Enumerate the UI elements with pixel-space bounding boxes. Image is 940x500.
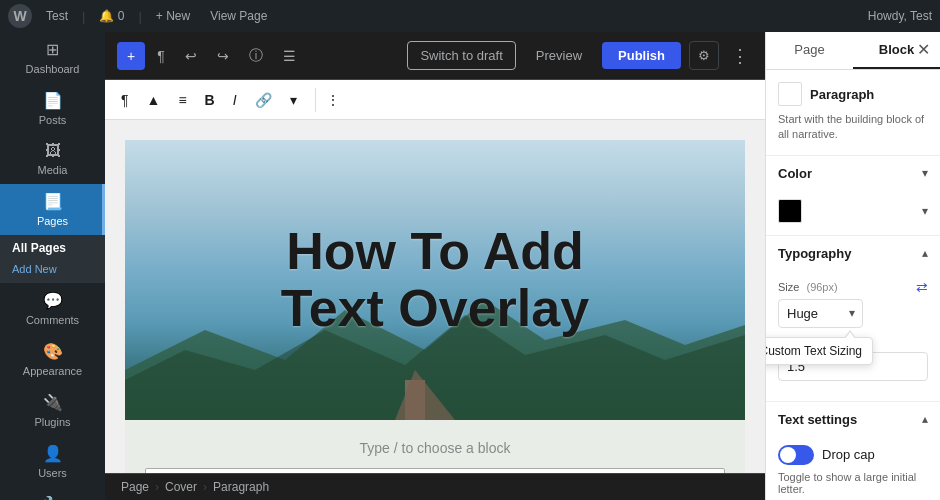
size-label-text: Size (96px) — [778, 281, 838, 293]
text-settings-section: Text settings ▴ Drop cap Toggle to show … — [766, 402, 940, 500]
appearance-icon: 🎨 — [43, 342, 63, 361]
more-rich-btn[interactable]: ▾ — [282, 88, 305, 112]
toolbar-right: Switch to draft Preview Publish ⚙ ⋮ — [407, 41, 753, 71]
sidebar-item-tools[interactable]: 🔧 Tools — [0, 487, 105, 500]
size-reset-icon[interactable]: ⇄ — [916, 279, 928, 295]
sidebar-item-dashboard[interactable]: ⊞ Dashboard — [0, 32, 105, 83]
right-sidebar-tabs: Page Block ✕ — [766, 32, 940, 70]
link-btn[interactable]: 🔗 — [247, 88, 280, 112]
add-block-toolbar-btn[interactable]: + — [117, 42, 145, 70]
users-icon: 👤 — [43, 444, 63, 463]
paragraph-toolbar-btn[interactable]: ¶ — [149, 42, 173, 70]
text-settings-panel-header[interactable]: Text settings ▴ — [766, 402, 940, 437]
sidebar-submenu-all-pages[interactable]: All Pages — [0, 235, 105, 261]
block-toolbar: ¶ ▲ ≡ B I 🔗 ▾ ⋮ — [105, 80, 765, 120]
toggle-knob — [780, 447, 796, 463]
sidebar-item-pages[interactable]: 📃 Pages — [0, 184, 105, 235]
breadcrumb-sep2: › — [203, 480, 207, 494]
editor-more-btn[interactable]: ⋮ — [727, 41, 753, 71]
paragraph-type-btn[interactable]: ¶ — [113, 88, 137, 112]
editor-settings-btn[interactable]: ⚙ — [689, 41, 719, 70]
size-select-wrap: Small Medium Large Huge Custom ▾ Custom … — [778, 299, 863, 328]
color-section: Color ▾ ▾ — [766, 156, 940, 236]
color-expand-icon: ▾ — [922, 204, 928, 218]
sidebar-item-users[interactable]: 👤 Users — [0, 436, 105, 487]
typography-panel-content: Size (96px) ⇄ Small Medium Large Huge Cu… — [766, 271, 940, 401]
custom-text-sizing-tooltip: Custom Text Sizing — [765, 337, 873, 365]
block-info: ¶ Paragraph Start with the building bloc… — [766, 70, 940, 156]
cover-block[interactable]: How To Add Text Overlay — [125, 140, 745, 420]
site-name[interactable]: Test — [40, 9, 74, 23]
sidebar-item-media[interactable]: 🖼 Media — [0, 134, 105, 184]
size-row: Size (96px) ⇄ Small Medium Large Huge Cu… — [778, 279, 928, 328]
redo-btn[interactable]: ↪ — [209, 42, 237, 70]
list-view-btn[interactable]: ☰ — [275, 42, 304, 70]
color-swatch[interactable] — [778, 199, 802, 223]
typography-chevron-icon: ▴ — [922, 246, 928, 260]
typography-panel-header[interactable]: Typography ▴ — [766, 236, 940, 271]
sidebar-item-posts[interactable]: 📄 Posts — [0, 83, 105, 134]
right-sidebar: Page Block ✕ ¶ Paragraph Start with the … — [765, 32, 940, 500]
breadcrumb-cover[interactable]: Cover — [165, 480, 197, 494]
editor-container: + ¶ ↩ ↪ ⓘ ☰ Switch to draft Preview Publ… — [105, 32, 765, 500]
color-panel-header[interactable]: Color ▾ — [766, 156, 940, 191]
plugins-icon: 🔌 — [43, 393, 63, 412]
admin-bar-notification[interactable]: 🔔 0 — [93, 9, 130, 23]
italic-btn[interactable]: I — [225, 88, 245, 112]
paragraph-block-icon: ¶ — [778, 82, 802, 106]
posts-icon: 📄 — [43, 91, 63, 110]
size-label-row: Size (96px) ⇄ — [778, 279, 928, 295]
comments-icon: 💬 — [43, 291, 63, 310]
sidebar-item-plugins[interactable]: 🔌 Plugins — [0, 385, 105, 436]
drop-cap-desc: Toggle to show a large initial letter. — [778, 471, 928, 495]
below-cover-block[interactable]: Type / to choose a block + — [125, 420, 745, 473]
main-layout: ⊞ Dashboard 📄 Posts 🖼 Media 📃 Pages All … — [0, 32, 940, 500]
text-settings-panel-content: Drop cap Toggle to show a large initial … — [766, 437, 940, 500]
text-settings-chevron-icon: ▴ — [922, 412, 928, 426]
size-select[interactable]: Small Medium Large Huge Custom — [778, 299, 863, 328]
preview-btn[interactable]: Preview — [524, 42, 594, 69]
block-toolbar-sep — [315, 88, 316, 112]
block-desc: Start with the building block of all nar… — [778, 112, 928, 143]
pages-icon: 📃 — [43, 192, 63, 211]
admin-bar-new[interactable]: + New — [150, 9, 196, 23]
info-btn[interactable]: ⓘ — [241, 41, 271, 71]
color-panel-content: ▾ — [766, 191, 940, 235]
tooltip-arrow — [844, 330, 856, 338]
breadcrumb-paragraph[interactable]: Paragraph — [213, 480, 269, 494]
publish-btn[interactable]: Publish — [602, 42, 681, 69]
wp-logo[interactable]: W — [8, 4, 32, 28]
typography-section: Typography ▴ Size (96px) ⇄ Small — [766, 236, 940, 402]
typography-panel-title: Typography — [778, 246, 851, 261]
canvas-inner: How To Add Text Overlay Type / to choose… — [125, 140, 745, 473]
drop-cap-row: Drop cap — [778, 445, 928, 465]
undo-btn[interactable]: ↩ — [177, 42, 205, 70]
dashboard-icon: ⊞ — [46, 40, 59, 59]
text-settings-panel-title: Text settings — [778, 412, 857, 427]
drop-cap-toggle[interactable] — [778, 445, 814, 465]
breadcrumb-page[interactable]: Page — [121, 480, 149, 494]
bold-btn[interactable]: B — [197, 88, 223, 112]
close-sidebar-btn[interactable]: ✕ — [911, 38, 936, 61]
media-icon: 🖼 — [45, 142, 61, 160]
sidebar: ⊞ Dashboard 📄 Posts 🖼 Media 📃 Pages All … — [0, 32, 105, 500]
admin-bar: W Test | 🔔 0 | + New View Page Howdy, Te… — [0, 0, 940, 32]
arrow-up-btn[interactable]: ▲ — [139, 88, 169, 112]
drop-cap-label: Drop cap — [822, 447, 875, 462]
type-placeholder: Type / to choose a block — [145, 440, 725, 456]
color-panel-title: Color — [778, 166, 812, 181]
sidebar-item-appearance[interactable]: 🎨 Appearance — [0, 334, 105, 385]
tab-page[interactable]: Page — [766, 32, 853, 69]
admin-bar-view-page[interactable]: View Page — [204, 9, 273, 23]
align-left-btn[interactable]: ≡ — [170, 88, 194, 112]
sidebar-item-comments[interactable]: 💬 Comments — [0, 283, 105, 334]
switch-to-draft-btn[interactable]: Switch to draft — [407, 41, 515, 70]
tools-icon: 🔧 — [43, 495, 63, 500]
block-info-header: ¶ Paragraph — [778, 82, 928, 106]
block-more-btn[interactable]: ⋮ — [318, 88, 348, 112]
color-chevron-icon: ▾ — [922, 166, 928, 180]
sidebar-submenu-add-new[interactable]: Add New — [0, 261, 105, 283]
cover-text: How To Add Text Overlay — [281, 223, 589, 337]
canvas-wrapper: How To Add Text Overlay Type / to choose… — [105, 120, 765, 500]
admin-bar-sep2: | — [138, 9, 141, 24]
